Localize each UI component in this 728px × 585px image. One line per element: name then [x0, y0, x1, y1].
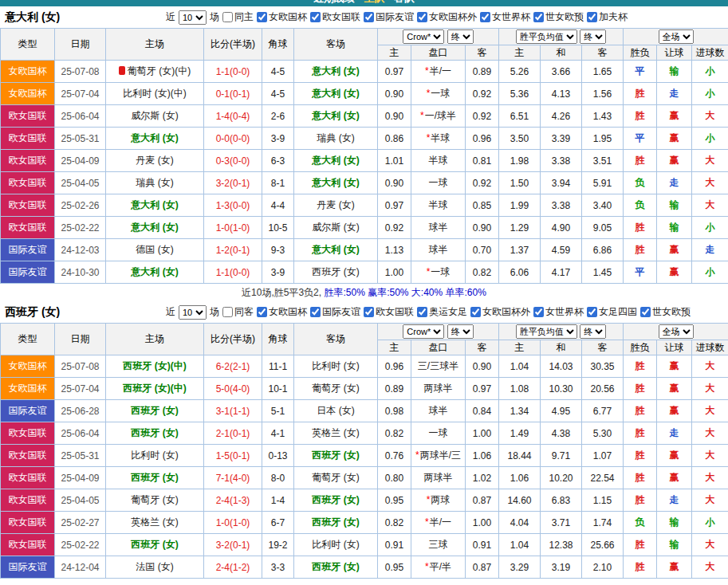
- handicap-line: 两球: [431, 494, 450, 505]
- away-team-name: 西班牙 (女): [312, 494, 359, 505]
- home-team-cell: 丹麦 (女): [106, 150, 204, 172]
- avg-home: 1.37: [499, 239, 541, 261]
- result-goals: 大: [692, 355, 728, 378]
- competition-checkbox[interactable]: [587, 12, 597, 22]
- competition-filter[interactable]: 女世界杯: [480, 10, 530, 24]
- match-date: 25-04-05: [55, 172, 106, 194]
- same-checkbox[interactable]: [222, 12, 233, 22]
- competition-label: 国际友谊: [376, 10, 414, 24]
- avg-away: 1.65: [582, 61, 624, 83]
- competition-filter[interactable]: 加夫杯: [587, 10, 628, 24]
- match-type-badge: 女欧国杯: [1, 355, 55, 378]
- odds-home: 0.96: [378, 355, 411, 378]
- competition-filter[interactable]: 国际友谊: [310, 305, 360, 319]
- avg-select[interactable]: 胜平负均值: [516, 29, 577, 44]
- result-goals: 小: [692, 261, 728, 284]
- competition-filter[interactable]: 女欧国杯外: [470, 305, 530, 319]
- competition-filter[interactable]: 欧女国联: [364, 305, 414, 319]
- competition-checkbox[interactable]: [310, 307, 321, 317]
- match-date: 25-07-08: [55, 61, 106, 83]
- competition-checkbox[interactable]: [533, 12, 544, 22]
- match-row: 女欧国杯 25-07-08 葡萄牙 (女)(中) 1-1(0-0) 4-5 意大…: [1, 61, 728, 83]
- handicap-line-cell: *两球半: [411, 378, 466, 400]
- bookmaker-select[interactable]: Crow*: [403, 324, 444, 339]
- handicap-line-cell: *一/球半: [411, 105, 466, 128]
- same-checkbox[interactable]: [222, 307, 233, 317]
- odds-home: 0.76: [378, 445, 411, 467]
- competition-checkbox[interactable]: [533, 307, 544, 317]
- col-type: 类型: [1, 324, 55, 355]
- avg-home: 1.50: [499, 172, 541, 194]
- match-date: 25-04-09: [55, 467, 106, 489]
- result-outcome: 平: [624, 261, 657, 284]
- match-row: 国际友谊 24-10-30 意大利 (女) 1-1(0-0) 3-9 西班牙 (…: [1, 261, 728, 284]
- avg-state-select[interactable]: 终: [580, 29, 606, 44]
- recent-count-select[interactable]: 10: [179, 10, 207, 25]
- competition-filter[interactable]: 欧女国联: [310, 10, 360, 24]
- competition-checkbox[interactable]: [364, 12, 374, 22]
- competition-filter[interactable]: 世女欧预: [640, 305, 691, 319]
- result-outcome: 胜: [624, 422, 657, 445]
- competition-checkbox[interactable]: [310, 12, 321, 22]
- result-goals: 大: [692, 172, 728, 194]
- result-handicap: 走: [657, 172, 692, 194]
- competition-checkbox[interactable]: [640, 307, 651, 317]
- away-team-cell: 意大利 (女): [294, 83, 378, 105]
- odds-home: 0.98: [378, 400, 411, 422]
- same-filter[interactable]: 同客: [222, 305, 254, 319]
- corner-score: 4-5: [262, 83, 294, 105]
- result-handicap: 赢: [657, 400, 692, 422]
- home-team-cell: 西班牙 (女): [106, 467, 204, 489]
- away-team-cell: 日本 (女): [294, 400, 378, 422]
- avg-select[interactable]: 胜平负均值: [516, 324, 577, 339]
- away-team-name: 英格兰 (女): [312, 427, 359, 438]
- handicap-line: 两球半: [424, 472, 453, 483]
- col-type: 类型: [1, 29, 55, 61]
- corner-score: 8-0: [262, 467, 294, 489]
- competition-checkbox[interactable]: [417, 12, 427, 22]
- competition-checkbox[interactable]: [364, 307, 374, 317]
- col-away: 客场: [294, 324, 378, 355]
- home-team-cell: 西班牙 (女): [106, 534, 204, 556]
- match-score: 2-4(1-3): [204, 489, 262, 512]
- competition-checkbox[interactable]: [417, 307, 427, 317]
- match-row: 欧女国联 25-02-26 意大利 (女) 1-3(0-0) 4-4 丹麦 (女…: [1, 194, 728, 217]
- competition-checkbox[interactable]: [470, 307, 481, 317]
- away-team-cell: 西班牙 (女): [294, 445, 378, 467]
- competition-filter[interactable]: 女足四国: [587, 305, 637, 319]
- odds-away: 0.90: [466, 217, 499, 239]
- handicap-line: 一球: [431, 266, 450, 277]
- competition-filter[interactable]: 女欧国杯: [257, 10, 307, 24]
- avg-draw: 3.38: [541, 150, 582, 172]
- avg-state-select[interactable]: 终: [580, 324, 606, 339]
- odds-state-select[interactable]: 终: [447, 29, 474, 44]
- match-score: 1-3(0-0): [204, 194, 262, 217]
- competition-filter[interactable]: 女世界杯: [533, 305, 584, 319]
- odds-state-select[interactable]: 终: [447, 324, 474, 339]
- bookmaker-select[interactable]: Crow*: [403, 29, 444, 44]
- avg-draw: 10.20: [541, 467, 582, 489]
- result-goals: 小: [692, 512, 728, 534]
- match-type-badge: 欧女国联: [1, 422, 55, 445]
- recent-count-select[interactable]: 10: [179, 305, 207, 320]
- same-filter[interactable]: 同主: [222, 10, 254, 24]
- scope-select[interactable]: 全场: [659, 29, 694, 44]
- handicap-line: 半球: [431, 132, 450, 143]
- match-date: 25-04-05: [55, 489, 106, 512]
- match-score: 0-0(0-0): [204, 128, 262, 150]
- competition-checkbox[interactable]: [257, 12, 267, 22]
- result-outcome: 胜: [624, 217, 657, 239]
- competition-filter[interactable]: 女欧国杯: [257, 305, 307, 319]
- competition-filter[interactable]: 女欧国杯外: [417, 10, 477, 24]
- competition-checkbox[interactable]: [587, 307, 597, 317]
- competition-filter[interactable]: 奥运女足: [417, 305, 467, 319]
- competition-checkbox[interactable]: [480, 12, 490, 22]
- col-corner: 角球: [262, 29, 294, 61]
- home-team-cell: 瑞典 (女): [106, 172, 204, 194]
- scope-select[interactable]: 全场: [659, 324, 694, 339]
- avg-away: 1.45: [582, 261, 624, 284]
- competition-filter[interactable]: 世女欧预: [533, 10, 584, 24]
- avg-draw: 9.71: [541, 445, 582, 467]
- competition-filter[interactable]: 国际友谊: [364, 10, 414, 24]
- competition-checkbox[interactable]: [257, 307, 267, 317]
